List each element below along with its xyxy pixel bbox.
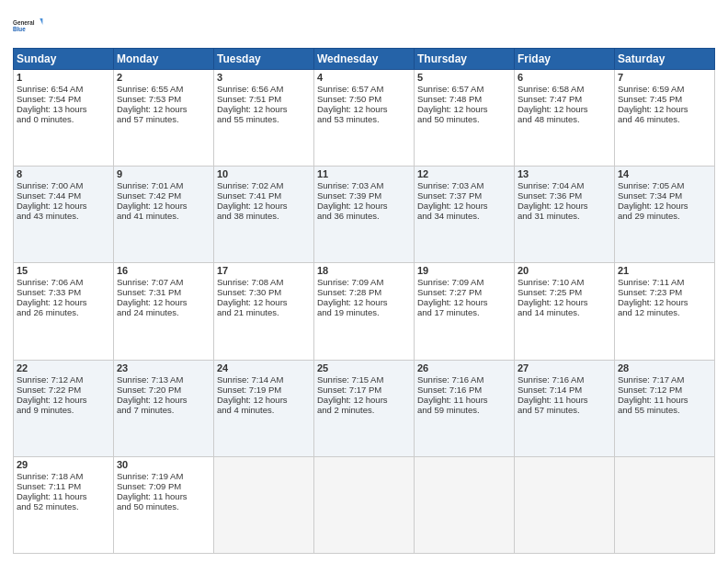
- calendar-cell: 21Sunrise: 7:11 AMSunset: 7:23 PMDayligh…: [615, 263, 715, 360]
- calendar-cell: 8Sunrise: 7:00 AMSunset: 7:44 PMDaylight…: [14, 167, 114, 263]
- col-header-wednesday: Wednesday: [314, 49, 415, 70]
- day-info-line: Sunset: 7:20 PM: [117, 385, 210, 395]
- calendar-cell: 13Sunrise: 7:04 AMSunset: 7:36 PMDayligh…: [515, 167, 615, 263]
- day-number: 13: [518, 168, 611, 179]
- day-info-line: and 29 minutes.: [618, 211, 711, 221]
- day-info-line: Sunrise: 7:01 AM: [117, 180, 210, 190]
- day-info-line: Sunrise: 7:14 AM: [217, 374, 311, 385]
- day-info-line: Daylight: 12 hours: [417, 104, 511, 114]
- day-number: 29: [17, 459, 110, 470]
- svg-text:General: General: [13, 19, 35, 26]
- day-number: 16: [117, 265, 210, 276]
- day-info-line: Sunset: 7:25 PM: [518, 287, 611, 297]
- day-info-line: Daylight: 12 hours: [217, 104, 311, 114]
- day-info-line: Daylight: 12 hours: [317, 297, 411, 307]
- day-info-line: Sunset: 7:37 PM: [417, 190, 511, 201]
- calendar-cell: 9Sunrise: 7:01 AMSunset: 7:42 PMDaylight…: [114, 167, 214, 263]
- calendar-cell: 24Sunrise: 7:14 AMSunset: 7:19 PMDayligh…: [214, 360, 314, 456]
- day-info-line: and 55 minutes.: [618, 405, 711, 415]
- calendar-cell: 19Sunrise: 7:09 AMSunset: 7:27 PMDayligh…: [415, 263, 515, 360]
- day-info-line: Sunrise: 7:13 AM: [117, 374, 210, 385]
- day-number: 20: [518, 265, 611, 276]
- day-info-line: Daylight: 12 hours: [417, 297, 511, 307]
- calendar-cell: 26Sunrise: 7:16 AMSunset: 7:16 PMDayligh…: [415, 360, 515, 456]
- day-info-line: Sunset: 7:28 PM: [317, 287, 411, 297]
- calendar-table: SundayMondayTuesdayWednesdayThursdayFrid…: [13, 48, 715, 554]
- day-info-line: Daylight: 12 hours: [518, 297, 611, 307]
- day-info-line: and 31 minutes.: [518, 211, 611, 221]
- day-info-line: Sunrise: 6:57 AM: [417, 84, 511, 94]
- calendar-cell: 6Sunrise: 6:58 AMSunset: 7:47 PMDaylight…: [515, 70, 615, 167]
- day-info-line: and 43 minutes.: [17, 211, 110, 221]
- day-info-line: Sunrise: 7:18 AM: [17, 471, 110, 481]
- day-info-line: Daylight: 13 hours: [17, 104, 110, 114]
- day-info-line: Sunrise: 7:00 AM: [17, 180, 110, 190]
- logo-icon: GeneralBlue: [13, 9, 46, 42]
- logo: GeneralBlue: [13, 9, 46, 42]
- day-info-line: and 46 minutes.: [618, 114, 711, 124]
- day-info-line: Sunrise: 7:06 AM: [17, 277, 110, 287]
- calendar-cell: 10Sunrise: 7:02 AMSunset: 7:41 PMDayligh…: [214, 167, 314, 263]
- day-info-line: Sunrise: 6:57 AM: [317, 84, 411, 94]
- day-info-line: Daylight: 12 hours: [518, 201, 611, 211]
- day-info-line: Daylight: 12 hours: [518, 104, 611, 114]
- col-header-tuesday: Tuesday: [214, 49, 314, 70]
- day-number: 19: [417, 265, 511, 276]
- day-info-line: Sunrise: 6:54 AM: [17, 84, 110, 94]
- day-info-line: Sunset: 7:50 PM: [317, 94, 411, 104]
- day-info-line: Daylight: 12 hours: [217, 201, 311, 211]
- day-number: 26: [417, 362, 511, 373]
- day-info-line: Sunset: 7:12 PM: [618, 385, 711, 395]
- day-info-line: Sunset: 7:36 PM: [518, 190, 611, 201]
- day-info-line: Sunset: 7:11 PM: [17, 481, 110, 491]
- day-info-line: and 57 minutes.: [518, 405, 611, 415]
- day-info-line: Sunset: 7:22 PM: [17, 385, 110, 395]
- day-info-line: Daylight: 12 hours: [618, 297, 711, 307]
- calendar-cell: 18Sunrise: 7:09 AMSunset: 7:28 PMDayligh…: [314, 263, 415, 360]
- day-info-line: Sunrise: 7:09 AM: [417, 277, 511, 287]
- svg-text:Blue: Blue: [13, 26, 26, 32]
- day-info-line: Daylight: 12 hours: [317, 104, 411, 114]
- day-info-line: Daylight: 12 hours: [117, 395, 210, 405]
- day-info-line: Sunset: 7:53 PM: [117, 94, 210, 104]
- day-info-line: Sunrise: 7:15 AM: [317, 374, 411, 385]
- day-info-line: Sunrise: 6:58 AM: [518, 84, 611, 94]
- day-info-line: and 21 minutes.: [217, 307, 311, 317]
- day-info-line: and 48 minutes.: [518, 114, 611, 124]
- day-info-line: Daylight: 11 hours: [417, 395, 511, 405]
- day-info-line: Daylight: 12 hours: [317, 395, 411, 405]
- day-number: 25: [317, 362, 411, 373]
- day-info-line: Daylight: 11 hours: [17, 491, 110, 501]
- day-number: 7: [618, 72, 711, 83]
- day-info-line: Daylight: 12 hours: [618, 201, 711, 211]
- day-info-line: Daylight: 12 hours: [17, 395, 110, 405]
- day-info-line: Sunrise: 7:19 AM: [117, 471, 210, 481]
- day-info-line: Sunrise: 7:03 AM: [417, 180, 511, 190]
- day-info-line: Sunset: 7:27 PM: [417, 287, 511, 297]
- day-info-line: and 34 minutes.: [417, 211, 511, 221]
- calendar-cell: 4Sunrise: 6:57 AMSunset: 7:50 PMDaylight…: [314, 70, 415, 167]
- day-info-line: Sunrise: 7:02 AM: [217, 180, 311, 190]
- svg-marker-3: [40, 18, 42, 25]
- day-number: 10: [217, 168, 311, 179]
- day-info-line: and 38 minutes.: [217, 211, 311, 221]
- day-info-line: and 52 minutes.: [17, 501, 110, 511]
- day-info-line: Daylight: 11 hours: [618, 395, 711, 405]
- calendar-cell: 28Sunrise: 7:17 AMSunset: 7:12 PMDayligh…: [615, 360, 715, 456]
- day-info-line: Sunset: 7:47 PM: [518, 94, 611, 104]
- day-info-line: Sunrise: 6:55 AM: [117, 84, 210, 94]
- calendar-cell: 22Sunrise: 7:12 AMSunset: 7:22 PMDayligh…: [14, 360, 114, 456]
- calendar-cell: [314, 456, 415, 553]
- day-info-line: Sunset: 7:42 PM: [117, 190, 210, 201]
- day-info-line: Sunrise: 7:11 AM: [618, 277, 711, 287]
- day-info-line: and 57 minutes.: [117, 114, 210, 124]
- day-info-line: and 14 minutes.: [518, 307, 611, 317]
- day-info-line: Sunset: 7:44 PM: [17, 190, 110, 201]
- day-info-line: Sunset: 7:51 PM: [217, 94, 311, 104]
- col-header-friday: Friday: [515, 49, 615, 70]
- day-info-line: Sunset: 7:34 PM: [618, 190, 711, 201]
- day-info-line: and 36 minutes.: [317, 211, 411, 221]
- day-info-line: Sunrise: 7:03 AM: [317, 180, 411, 190]
- calendar-cell: 20Sunrise: 7:10 AMSunset: 7:25 PMDayligh…: [515, 263, 615, 360]
- calendar-cell: [415, 456, 515, 553]
